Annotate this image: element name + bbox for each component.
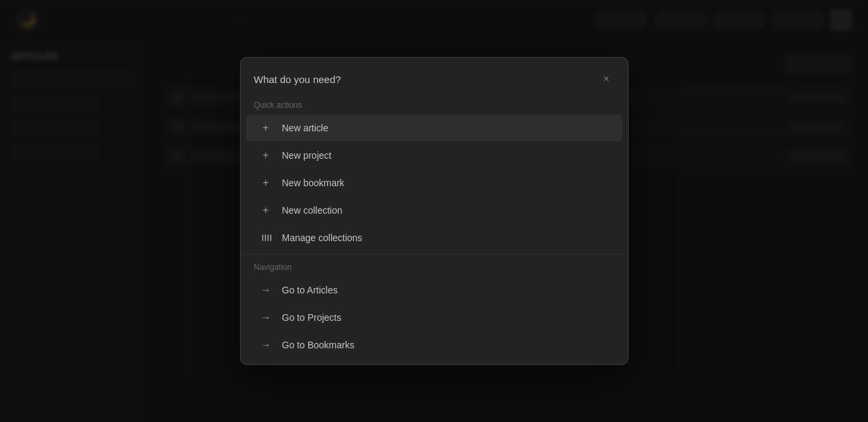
menu-item-new-article[interactable]: + New article <box>246 115 623 141</box>
modal-divider <box>241 254 628 255</box>
plus-icon: + <box>259 149 273 162</box>
menu-item-manage-collections[interactable]: Manage collections <box>246 224 623 251</box>
arrow-right-icon: → <box>259 283 273 297</box>
menu-item-new-bookmark[interactable]: + New bookmark <box>246 169 623 196</box>
modal-bottom-padding <box>241 359 628 364</box>
menu-item-new-collection-label: New collection <box>282 205 343 216</box>
modal-close-button[interactable]: × <box>599 71 615 87</box>
svg-rect-1 <box>265 234 266 241</box>
arrow-right-icon: → <box>259 311 273 324</box>
menu-item-new-project-label: New project <box>282 150 332 161</box>
svg-rect-2 <box>267 234 269 241</box>
collections-icon <box>259 231 273 244</box>
menu-item-new-bookmark-label: New bookmark <box>282 178 345 188</box>
navigation-label: Navigation <box>241 257 628 276</box>
plus-icon: + <box>259 204 273 217</box>
plus-icon: + <box>259 176 273 190</box>
command-modal: What do you need? × Quick actions + New … <box>240 57 629 365</box>
arrow-right-icon: → <box>259 338 273 352</box>
menu-item-manage-collections-label: Manage collections <box>282 232 363 243</box>
menu-item-go-projects[interactable]: → Go to Projects <box>246 304 623 331</box>
menu-item-new-article-label: New article <box>282 123 328 133</box>
plus-icon: + <box>259 121 273 135</box>
svg-rect-3 <box>270 234 271 241</box>
menu-item-go-bookmarks[interactable]: → Go to Bookmarks <box>246 332 623 358</box>
menu-item-go-articles[interactable]: → Go to Articles <box>246 277 623 303</box>
quick-actions-label: Quick actions <box>241 95 628 114</box>
svg-rect-0 <box>262 234 263 241</box>
menu-item-go-bookmarks-label: Go to Bookmarks <box>282 340 355 350</box>
menu-item-new-project[interactable]: + New project <box>246 142 623 169</box>
menu-item-go-articles-label: Go to Articles <box>282 285 338 295</box>
modal-header: What do you need? × <box>241 58 628 95</box>
menu-item-new-collection[interactable]: + New collection <box>246 197 623 224</box>
modal-title: What do you need? <box>254 74 341 85</box>
menu-item-go-projects-label: Go to Projects <box>282 312 342 323</box>
